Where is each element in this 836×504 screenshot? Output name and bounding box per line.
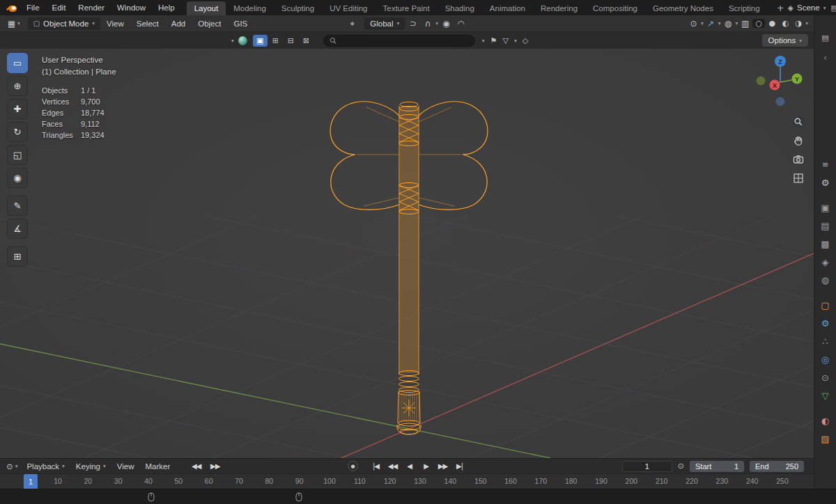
select-mode-new-button[interactable]: ▣ xyxy=(253,35,268,47)
add-workspace-button[interactable]: + xyxy=(773,3,788,13)
select-mode-extend-button[interactable]: ⊞ xyxy=(268,35,283,47)
workspace-tab-sculpting[interactable]: Sculpting xyxy=(274,1,322,15)
current-frame-marker[interactable]: 1 xyxy=(24,474,38,489)
menu-edit[interactable]: Edit xyxy=(46,0,72,15)
tool-settings-chevron[interactable]: ▾ xyxy=(231,38,234,44)
viewport-3d[interactable]: ▭⊕✚↻◱◉✎∡⊞ User Perspective (1) Collectio… xyxy=(0,49,814,458)
play-button[interactable]: ▶ xyxy=(419,462,433,470)
editor-type-button[interactable]: ▦ ▾ xyxy=(4,19,24,29)
show-gizmo-icon[interactable]: ↗ xyxy=(704,19,718,29)
timeline-ruler[interactable]: 1020304050607080901001101201301401501601… xyxy=(0,473,814,489)
blender-logo-icon[interactable] xyxy=(6,3,17,13)
workspace-tab-shading[interactable]: Shading xyxy=(438,1,482,15)
properties-tab-texture[interactable]: ▨ xyxy=(814,430,836,448)
workspace-tab-geometry-nodes[interactable]: Geometry Nodes xyxy=(645,1,721,15)
filter-chevron[interactable]: ▾ xyxy=(514,38,517,44)
playback-menu[interactable]: Playback ▾ xyxy=(21,462,70,471)
properties-tab-object[interactable]: ▢ xyxy=(814,296,836,314)
zoom-icon[interactable] xyxy=(792,116,805,128)
view-layer-icon[interactable]: ▤ xyxy=(830,3,836,13)
workspace-tab-compositing[interactable]: Compositing xyxy=(585,1,645,15)
menu-help[interactable]: Help xyxy=(152,0,181,15)
orientation-dropdown[interactable]: Global ▾ xyxy=(364,17,405,30)
gizmo-neg-z-ball[interactable] xyxy=(776,97,785,107)
workspace-tab-modeling[interactable]: Modeling xyxy=(226,1,274,15)
presets-chevron[interactable]: ▾ xyxy=(482,38,485,44)
cursor-tool[interactable]: ⊕ xyxy=(7,76,28,96)
search-box[interactable] xyxy=(323,35,475,47)
measure-tool[interactable]: ∡ xyxy=(7,219,28,239)
search-input[interactable] xyxy=(341,36,469,45)
gizmo-chevron[interactable]: ▾ xyxy=(718,20,721,26)
end-frame-field[interactable]: End 250 xyxy=(750,461,804,472)
snap-settings-chevron[interactable]: ▾ xyxy=(435,20,438,26)
timeline-view-menu[interactable]: View xyxy=(111,462,140,471)
mode-dropdown[interactable]: ▢ Object Mode ▾ xyxy=(28,17,100,30)
rotate-tool[interactable]: ↻ xyxy=(7,122,28,142)
options-button[interactable]: Options ▾ xyxy=(762,34,808,47)
properties-tab-material[interactable]: ◐ xyxy=(814,411,836,430)
viewport-menu-view[interactable]: View xyxy=(100,16,130,31)
select-mode-intersect-button[interactable]: ⊠ xyxy=(299,35,314,47)
shading-rendered-icon[interactable]: ◑ xyxy=(792,19,805,28)
visibility-eye-icon[interactable]: ⊙ xyxy=(687,19,700,29)
proportional-editing-icon[interactable]: ◉ xyxy=(440,19,453,29)
navigation-gizmo[interactable]: Z X Y xyxy=(752,52,808,110)
annotate-tool[interactable]: ✎ xyxy=(7,196,28,216)
select-mode-subtract-button[interactable]: ⊟ xyxy=(284,35,298,47)
shading-wireframe-icon[interactable]: ○ xyxy=(752,19,765,28)
properties-tab-modifiers[interactable]: ⚙ xyxy=(814,314,836,332)
transform-tool[interactable]: ◉ xyxy=(7,168,28,188)
magnet-icon[interactable]: ∩ xyxy=(421,19,434,29)
properties-editor-icon[interactable]: ≡ xyxy=(822,160,828,169)
properties-tab-world[interactable]: ◍ xyxy=(814,271,836,289)
properties-tab-scene[interactable]: ◈ xyxy=(814,253,836,271)
properties-tab-object-data[interactable]: ▽ xyxy=(814,386,836,404)
show-overlays-icon[interactable]: ◍ xyxy=(721,19,734,29)
timeline-editor-button[interactable]: ⊙ ▾ xyxy=(3,462,21,471)
pan-hand-icon[interactable] xyxy=(792,134,805,147)
prev-keyframe-button[interactable]: ◀◀ xyxy=(386,462,399,470)
marker-menu[interactable]: Marker xyxy=(140,462,176,471)
viewport-menu-object[interactable]: Object xyxy=(192,16,227,31)
properties-tab-output[interactable]: ▤ xyxy=(814,216,836,235)
jump-prev-keyframe-button[interactable]: ◀◀ xyxy=(189,462,203,470)
snapping-icon[interactable]: ⊃ xyxy=(406,19,419,29)
menu-window[interactable]: Window xyxy=(111,0,152,15)
workspace-tab-scripting[interactable]: Scripting xyxy=(721,1,768,15)
viewport-menu-gis[interactable]: GIS xyxy=(227,16,254,31)
camera-view-icon[interactable] xyxy=(792,153,805,166)
jump-to-start-button[interactable]: |◀ xyxy=(369,462,382,470)
workspace-tab-rendering[interactable]: Rendering xyxy=(533,1,585,15)
select-box-tool[interactable]: ▭ xyxy=(7,53,28,73)
proportional-falloff-icon[interactable]: ◠ xyxy=(454,19,467,29)
properties-tab-physics[interactable]: ◎ xyxy=(814,350,836,368)
gizmo-neg-y-ball[interactable] xyxy=(757,77,766,86)
workspace-tab-texture-paint[interactable]: Texture Paint xyxy=(376,1,438,15)
bookmark-icon[interactable]: ⚑ xyxy=(490,36,497,45)
viewport-menu-select[interactable]: Select xyxy=(130,16,165,31)
visibility-chevron[interactable]: ▾ xyxy=(701,20,704,26)
current-frame-field[interactable]: 1 xyxy=(622,461,672,472)
properties-tab-particles[interactable]: ∴ xyxy=(814,332,836,350)
shading-material-icon[interactable]: ◐ xyxy=(779,19,791,28)
transform-pivot-icon[interactable]: ⌖ xyxy=(346,19,359,29)
add-cube-tool[interactable]: ⊞ xyxy=(7,246,28,267)
auto-keying-button[interactable]: ● xyxy=(348,461,358,471)
menu-render[interactable]: Render xyxy=(72,0,111,15)
properties-tab-tool[interactable]: ⚙ xyxy=(814,173,836,191)
jump-to-end-button[interactable]: ▶| xyxy=(453,462,466,470)
viewport-canvas[interactable] xyxy=(0,49,814,458)
xray-toggle-icon[interactable]: ▥ xyxy=(738,19,752,29)
workspace-tab-uv-editing[interactable]: UV Editing xyxy=(322,1,375,15)
keying-menu[interactable]: Keying ▾ xyxy=(70,462,111,471)
properties-tab-view-layer[interactable]: ▩ xyxy=(814,235,836,253)
play-reverse-button[interactable]: ◀ xyxy=(403,462,416,470)
overlays-chevron[interactable]: ▾ xyxy=(735,20,738,26)
active-tool-icon[interactable] xyxy=(238,36,247,45)
shield-icon[interactable]: ◇ xyxy=(522,36,528,45)
collapse-region-arrow[interactable]: ‹ xyxy=(823,52,827,63)
properties-tab-render[interactable]: ▣ xyxy=(814,198,836,216)
shading-solid-icon[interactable]: ● xyxy=(766,19,778,28)
menu-file[interactable]: File xyxy=(20,0,46,15)
